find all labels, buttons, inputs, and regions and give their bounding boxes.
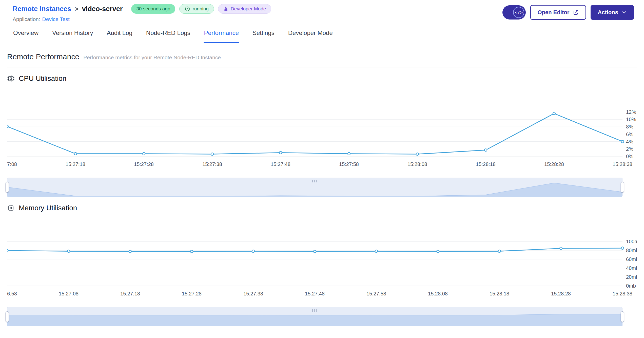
cpu-section-title: CPU Utilisation xyxy=(19,74,66,83)
memory-chip-icon xyxy=(7,204,15,212)
breadcrumb-separator: > xyxy=(75,5,79,13)
svg-text:15:27:18: 15:27:18 xyxy=(120,291,140,296)
memory-brush-right-handle[interactable] xyxy=(621,311,624,322)
breadcrumb: Remote Instances > video-server 30 secon… xyxy=(13,4,271,14)
svg-text:6:58: 6:58 xyxy=(7,291,17,296)
status-badges: 30 seconds ago running Develo xyxy=(131,4,271,14)
svg-text:0mb: 0mb xyxy=(626,283,636,289)
application-label: Application: xyxy=(13,16,40,22)
status-running-badge: running xyxy=(179,4,214,14)
remote-instance-page: Remote Instances > video-server 30 secon… xyxy=(0,0,644,326)
svg-text:15:27:58: 15:27:58 xyxy=(366,291,386,296)
application-row: Application:Device Test xyxy=(13,16,271,22)
tab-audit-log[interactable]: Audit Log xyxy=(106,29,133,43)
application-link[interactable]: Device Test xyxy=(42,16,70,22)
svg-text:40mb: 40mb xyxy=(626,265,637,271)
svg-text:15:27:48: 15:27:48 xyxy=(271,161,290,167)
svg-text:4%: 4% xyxy=(626,139,633,144)
svg-text:15:28:28: 15:28:28 xyxy=(544,161,564,167)
svg-text:15:28:08: 15:28:08 xyxy=(407,161,427,167)
cpu-zoom-brush[interactable] xyxy=(7,178,622,197)
svg-text:15:27:58: 15:27:58 xyxy=(339,161,359,167)
svg-text:100mb: 100mb xyxy=(626,239,637,244)
svg-text:15:28:08: 15:28:08 xyxy=(428,291,448,296)
developer-mode-toggle[interactable]: </> xyxy=(502,5,526,20)
svg-text:15:27:08: 15:27:08 xyxy=(59,291,79,296)
page-header: Remote Instances > video-server 30 secon… xyxy=(0,0,644,22)
play-circle-icon xyxy=(185,6,190,12)
memory-utilisation-section: Memory Utilisation 100mb80mb60mb40mb20mb… xyxy=(7,197,637,326)
header-actions: </> Open Editor Actions xyxy=(502,4,634,20)
svg-text:15:27:28: 15:27:28 xyxy=(134,161,154,167)
code-icon: </> xyxy=(513,7,524,18)
memory-brush-left-handle[interactable] xyxy=(6,311,9,322)
svg-text:10%: 10% xyxy=(626,117,636,122)
svg-text:15:27:28: 15:27:28 xyxy=(182,291,202,296)
last-seen-badge: 30 seconds ago xyxy=(131,4,175,14)
svg-text:15:27:38: 15:27:38 xyxy=(243,291,263,296)
cpu-chip-icon xyxy=(7,75,15,82)
svg-text:12%: 12% xyxy=(626,109,636,115)
svg-text:6%: 6% xyxy=(626,132,633,137)
developer-mode-badge-label: Developer Mode xyxy=(231,6,266,12)
svg-text:2%: 2% xyxy=(626,146,633,152)
tab-version-history[interactable]: Version History xyxy=(52,29,93,43)
cpu-utilisation-section: CPU Utilisation 12%10%8%6%4%2%0%7:0815:2… xyxy=(7,67,637,197)
breadcrumb-current-instance: video-server xyxy=(82,5,123,13)
cpu-section-header: CPU Utilisation xyxy=(7,67,637,83)
cpu-chart-canvas[interactable]: 12%10%8%6%4%2%0%7:0815:27:1815:27:2815:2… xyxy=(7,84,637,171)
breadcrumb-remote-instances-link[interactable]: Remote Instances xyxy=(13,5,71,13)
svg-text:60mb: 60mb xyxy=(626,256,637,262)
svg-text:15:28:18: 15:28:18 xyxy=(490,291,509,296)
actions-button[interactable]: Actions xyxy=(591,5,634,20)
memory-brush-grip-handle[interactable] xyxy=(313,309,317,312)
external-link-icon xyxy=(573,9,579,15)
flask-icon xyxy=(223,6,228,11)
svg-text:0%: 0% xyxy=(626,154,633,159)
open-editor-button[interactable]: Open Editor xyxy=(530,5,586,20)
svg-text:80mb: 80mb xyxy=(626,248,637,253)
cpu-utilisation-chart[interactable]: 12%10%8%6%4%2%0%7:0815:27:1815:27:2815:2… xyxy=(7,84,637,171)
memory-section-header: Memory Utilisation xyxy=(7,197,637,212)
tab-settings[interactable]: Settings xyxy=(252,29,275,43)
memory-chart-canvas[interactable]: 100mb80mb60mb40mb20mb0mb6:5815:27:0815:2… xyxy=(7,214,637,301)
svg-text:7:08: 7:08 xyxy=(7,161,17,167)
svg-text:15:28:28: 15:28:28 xyxy=(551,291,571,296)
svg-text:15:27:48: 15:27:48 xyxy=(305,291,325,296)
svg-text:15:27:18: 15:27:18 xyxy=(66,161,85,167)
open-editor-label: Open Editor xyxy=(537,9,569,16)
tab-performance[interactable]: Performance xyxy=(204,29,239,43)
cpu-brush-left-handle[interactable] xyxy=(6,182,9,193)
svg-text:15:28:38: 15:28:38 xyxy=(613,291,632,296)
tab-overview[interactable]: Overview xyxy=(13,29,39,43)
page-heading: Remote Performance Performance metrics f… xyxy=(7,43,637,67)
cpu-brush-grip-handle[interactable] xyxy=(313,180,317,182)
svg-text:20mb: 20mb xyxy=(626,274,637,280)
memory-zoom-brush[interactable] xyxy=(7,307,622,326)
instance-tabs: Overview Version History Audit Log Node-… xyxy=(0,22,644,43)
svg-text:8%: 8% xyxy=(626,124,633,129)
memory-section-title: Memory Utilisation xyxy=(19,204,77,212)
tab-developer-mode[interactable]: Developer Mode xyxy=(288,29,333,43)
svg-text:15:27:38: 15:27:38 xyxy=(202,161,222,167)
actions-button-label: Actions xyxy=(598,9,618,16)
performance-panel: Remote Performance Performance metrics f… xyxy=(0,43,644,326)
svg-text:15:28:18: 15:28:18 xyxy=(476,161,496,167)
status-running-label: running xyxy=(192,6,208,12)
chevron-down-icon xyxy=(622,10,627,15)
page-title: Remote Performance xyxy=(7,52,79,61)
developer-mode-badge: Developer Mode xyxy=(218,4,271,14)
memory-utilisation-chart[interactable]: 100mb80mb60mb40mb20mb0mb6:5815:27:0815:2… xyxy=(7,214,637,301)
page-subtitle: Performance metrics for your Remote Node… xyxy=(83,54,221,61)
tab-node-red-logs[interactable]: Node-RED Logs xyxy=(146,29,191,43)
cpu-brush-right-handle[interactable] xyxy=(621,182,624,193)
svg-text:15:28:38: 15:28:38 xyxy=(613,161,632,167)
